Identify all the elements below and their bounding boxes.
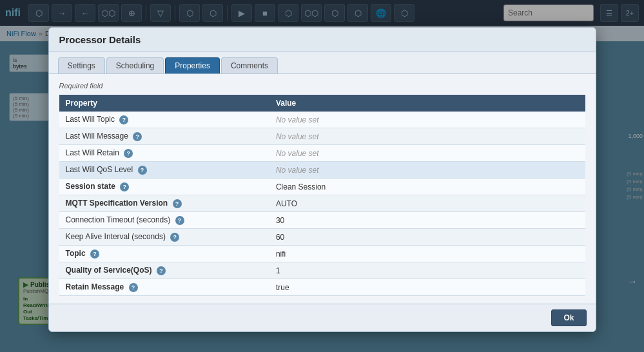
info-icon[interactable]: ? <box>124 149 133 158</box>
col-value: Value <box>269 95 559 112</box>
tab-scheduling[interactable]: Scheduling <box>106 57 164 73</box>
tab-comments[interactable]: Comments <box>221 57 278 73</box>
info-icon[interactable]: ? <box>175 216 184 225</box>
modal-body: Required field Property Value Last Will … <box>49 74 596 304</box>
info-icon[interactable]: ? <box>90 249 99 259</box>
prop-name-cell: Last Will Message ? <box>59 128 269 145</box>
info-icon[interactable]: ? <box>133 132 142 141</box>
prop-value-cell[interactable]: No value set <box>269 128 559 145</box>
prop-actions-cell <box>559 262 585 279</box>
prop-actions-cell <box>559 246 585 262</box>
prop-name-cell: Last Will QoS Level ? <box>59 162 269 179</box>
prop-actions-cell <box>559 279 585 296</box>
prop-value-cell[interactable]: No value set <box>269 145 559 162</box>
prop-value-cell[interactable]: 60 <box>269 229 559 246</box>
prop-value-cell[interactable]: nifi <box>269 246 559 262</box>
ok-button[interactable]: Ok <box>551 309 586 326</box>
table-row-highlighted: Last Will QoS Level ? No value set <box>59 162 585 179</box>
info-icon[interactable]: ? <box>138 166 147 175</box>
prop-actions-cell <box>559 112 585 128</box>
table-row: Retain Message ? true <box>59 279 585 296</box>
modal-title: Processor Details <box>59 34 141 45</box>
table-row: Keep Alive Interval (seconds) ? 60 <box>59 229 585 246</box>
col-actions <box>559 95 585 112</box>
prop-name-cell: Keep Alive Interval (seconds) ? <box>59 229 269 246</box>
required-field-label: Required field <box>59 82 585 90</box>
info-icon[interactable]: ? <box>157 266 166 275</box>
prop-name-cell-bold: Session state ? <box>59 179 269 195</box>
table-row: Last Will Retain ? No value set <box>59 145 585 162</box>
prop-name-cell-bold: MQTT Specification Version ? <box>59 195 269 212</box>
table-row: Quality of Service(QoS) ? 1 <box>59 262 585 279</box>
prop-value-cell[interactable]: 1 <box>269 262 559 279</box>
modal-overlay: Processor Details Settings Scheduling Pr… <box>0 0 644 352</box>
prop-actions-cell <box>559 212 585 229</box>
info-icon[interactable]: ? <box>120 182 129 191</box>
table-row: Last Will Topic ? No value set <box>59 112 585 128</box>
modal-tabs: Settings Scheduling Properties Comments <box>49 52 596 74</box>
prop-name-cell-bold: Retain Message ? <box>59 279 269 296</box>
prop-actions-cell <box>559 229 585 246</box>
table-header: Property Value <box>59 95 585 112</box>
properties-table: Property Value Last Will Topic ? No valu… <box>59 95 585 296</box>
prop-value-cell[interactable]: Clean Session <box>269 179 559 195</box>
table-row: Topic ? nifi <box>59 246 585 262</box>
prop-value-cell[interactable]: No value set <box>269 162 559 179</box>
info-icon[interactable]: ? <box>119 115 128 124</box>
modal-footer: Ok <box>49 304 596 331</box>
info-icon[interactable]: ? <box>173 199 182 208</box>
col-property: Property <box>59 95 269 112</box>
prop-value-cell[interactable]: No value set <box>269 112 559 128</box>
prop-actions-cell <box>559 162 585 179</box>
processor-details-modal: Processor Details Settings Scheduling Pr… <box>48 27 596 332</box>
prop-name-cell: Connection Timeout (seconds) ? <box>59 212 269 229</box>
modal-title-bar: Processor Details <box>49 28 596 52</box>
prop-actions-cell <box>559 179 585 195</box>
prop-name-cell-bold: Topic ? <box>59 246 269 262</box>
table-row: Connection Timeout (seconds) ? 30 <box>59 212 585 229</box>
prop-actions-cell <box>559 195 585 212</box>
tab-properties[interactable]: Properties <box>165 57 220 73</box>
prop-value-cell[interactable]: true <box>269 279 559 296</box>
prop-actions-cell <box>559 128 585 145</box>
table-body: Last Will Topic ? No value set Last Will… <box>59 112 585 296</box>
prop-actions-cell <box>559 145 585 162</box>
table-row: Last Will Message ? No value set <box>59 128 585 145</box>
prop-value-cell[interactable]: AUTO <box>269 195 559 212</box>
info-icon[interactable]: ? <box>129 283 138 292</box>
prop-name-cell: Last Will Retain ? <box>59 145 269 162</box>
prop-name-cell: Last Will Topic ? <box>59 112 269 128</box>
tab-settings[interactable]: Settings <box>58 57 105 73</box>
prop-name-cell-bold: Quality of Service(QoS) ? <box>59 262 269 279</box>
table-row: MQTT Specification Version ? AUTO <box>59 195 585 212</box>
prop-value-cell[interactable]: 30 <box>269 212 559 229</box>
info-icon[interactable]: ? <box>170 233 179 242</box>
table-row: Session state ? Clean Session <box>59 179 585 195</box>
